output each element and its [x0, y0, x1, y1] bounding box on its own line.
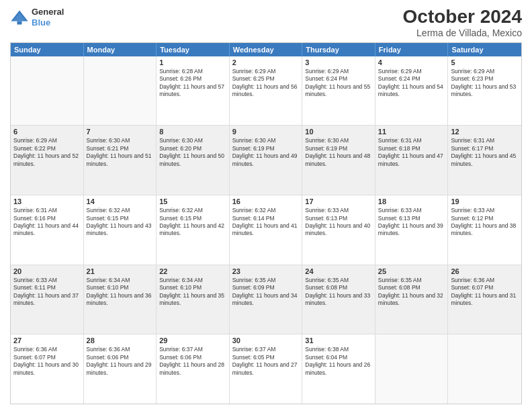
day-number: 27	[13, 336, 81, 345]
day-info: Sunrise: 6:28 AM Sunset: 6:26 PM Dayligh…	[159, 68, 226, 99]
day-number: 14	[87, 197, 154, 205]
day-number: 18	[378, 197, 445, 205]
weekday-header: Friday	[375, 43, 449, 56]
calendar-cell: 25Sunrise: 6:35 AM Sunset: 6:08 PM Dayli…	[375, 265, 449, 334]
day-number: 13	[13, 197, 81, 205]
calendar-cell: 21Sunrise: 6:34 AM Sunset: 6:10 PM Dayli…	[84, 265, 157, 334]
logo: General Blue	[10, 7, 64, 28]
calendar-title: October 2024	[403, 7, 522, 28]
day-info: Sunrise: 6:34 AM Sunset: 6:10 PM Dayligh…	[87, 277, 154, 308]
header: General Blue October 2024 Lerma de Villa…	[10, 7, 522, 38]
day-number: 4	[378, 58, 445, 66]
calendar-row: 6Sunrise: 6:29 AM Sunset: 6:22 PM Daylig…	[11, 125, 521, 195]
calendar-cell: 20Sunrise: 6:33 AM Sunset: 6:11 PM Dayli…	[11, 265, 84, 334]
day-number: 9	[232, 128, 300, 136]
calendar-body: 1Sunrise: 6:28 AM Sunset: 6:26 PM Daylig…	[11, 56, 521, 404]
day-info: Sunrise: 6:33 AM Sunset: 6:13 PM Dayligh…	[378, 207, 445, 238]
calendar-cell: 16Sunrise: 6:32 AM Sunset: 6:14 PM Dayli…	[230, 195, 303, 265]
calendar-cell: 13Sunrise: 6:31 AM Sunset: 6:16 PM Dayli…	[11, 195, 84, 265]
calendar-header: SundayMondayTuesdayWednesdayThursdayFrid…	[11, 43, 521, 56]
calendar-cell: 11Sunrise: 6:31 AM Sunset: 6:18 PM Dayli…	[375, 126, 449, 195]
day-info: Sunrise: 6:32 AM Sunset: 6:14 PM Dayligh…	[232, 207, 300, 238]
calendar-cell: 10Sunrise: 6:30 AM Sunset: 6:19 PM Dayli…	[302, 126, 375, 195]
day-number: 1	[159, 58, 226, 66]
day-number: 26	[451, 267, 519, 275]
weekday-header: Wednesday	[230, 43, 303, 56]
day-number: 7	[87, 128, 154, 136]
calendar-cell: 29Sunrise: 6:37 AM Sunset: 6:06 PM Dayli…	[157, 334, 230, 404]
day-info: Sunrise: 6:29 AM Sunset: 6:23 PM Dayligh…	[451, 68, 519, 99]
day-info: Sunrise: 6:29 AM Sunset: 6:24 PM Dayligh…	[378, 68, 445, 99]
logo-line1: General	[32, 7, 64, 17]
day-number: 6	[13, 128, 81, 136]
day-info: Sunrise: 6:38 AM Sunset: 6:04 PM Dayligh…	[305, 346, 372, 377]
calendar-cell: 26Sunrise: 6:36 AM Sunset: 6:07 PM Dayli…	[448, 265, 521, 334]
page: General Blue October 2024 Lerma de Villa…	[0, 0, 532, 411]
day-number: 11	[378, 128, 445, 136]
day-number: 15	[159, 197, 226, 205]
day-number: 30	[232, 336, 300, 345]
day-info: Sunrise: 6:37 AM Sunset: 6:05 PM Dayligh…	[232, 346, 300, 377]
calendar-cell: 24Sunrise: 6:35 AM Sunset: 6:08 PM Dayli…	[302, 265, 375, 334]
calendar-cell: 3Sunrise: 6:29 AM Sunset: 6:24 PM Daylig…	[302, 56, 375, 126]
day-number: 31	[305, 336, 372, 345]
calendar-cell: 7Sunrise: 6:30 AM Sunset: 6:21 PM Daylig…	[84, 126, 157, 195]
calendar-cell: 9Sunrise: 6:30 AM Sunset: 6:19 PM Daylig…	[230, 126, 303, 195]
calendar-cell: 2Sunrise: 6:29 AM Sunset: 6:25 PM Daylig…	[230, 56, 303, 126]
day-info: Sunrise: 6:36 AM Sunset: 6:06 PM Dayligh…	[87, 346, 154, 377]
logo-icon	[10, 8, 29, 27]
logo-line2: Blue	[32, 17, 64, 28]
weekday-header: Sunday	[11, 43, 84, 56]
calendar-cell: 31Sunrise: 6:38 AM Sunset: 6:04 PM Dayli…	[302, 334, 375, 404]
weekday-header: Thursday	[302, 43, 375, 56]
day-info: Sunrise: 6:36 AM Sunset: 6:07 PM Dayligh…	[451, 277, 519, 308]
day-number: 24	[305, 267, 372, 275]
calendar-row: 20Sunrise: 6:33 AM Sunset: 6:11 PM Dayli…	[11, 265, 521, 334]
day-number: 20	[13, 267, 81, 275]
day-number: 2	[232, 58, 300, 66]
calendar-cell: 23Sunrise: 6:35 AM Sunset: 6:09 PM Dayli…	[230, 265, 303, 334]
day-number: 3	[305, 58, 372, 66]
day-info: Sunrise: 6:30 AM Sunset: 6:21 PM Dayligh…	[87, 137, 154, 168]
day-number: 23	[232, 267, 300, 275]
calendar-cell: 15Sunrise: 6:32 AM Sunset: 6:15 PM Dayli…	[157, 195, 230, 265]
calendar-cell: 5Sunrise: 6:29 AM Sunset: 6:23 PM Daylig…	[448, 56, 521, 126]
weekday-header: Tuesday	[157, 43, 230, 56]
calendar-row: 1Sunrise: 6:28 AM Sunset: 6:26 PM Daylig…	[11, 56, 521, 126]
day-info: Sunrise: 6:29 AM Sunset: 6:24 PM Dayligh…	[305, 68, 372, 99]
day-info: Sunrise: 6:37 AM Sunset: 6:06 PM Dayligh…	[159, 346, 226, 377]
day-info: Sunrise: 6:34 AM Sunset: 6:10 PM Dayligh…	[159, 277, 226, 308]
calendar-cell	[448, 334, 521, 404]
calendar-cell: 12Sunrise: 6:31 AM Sunset: 6:17 PM Dayli…	[448, 126, 521, 195]
calendar-cell: 1Sunrise: 6:28 AM Sunset: 6:26 PM Daylig…	[157, 56, 230, 126]
calendar-row: 27Sunrise: 6:36 AM Sunset: 6:07 PM Dayli…	[11, 334, 521, 404]
day-info: Sunrise: 6:35 AM Sunset: 6:09 PM Dayligh…	[232, 277, 300, 308]
day-number: 29	[159, 336, 226, 345]
day-info: Sunrise: 6:33 AM Sunset: 6:13 PM Dayligh…	[305, 207, 372, 238]
calendar-cell	[84, 56, 157, 126]
calendar-cell: 17Sunrise: 6:33 AM Sunset: 6:13 PM Dayli…	[302, 195, 375, 265]
day-number: 10	[305, 128, 372, 136]
calendar-cell: 27Sunrise: 6:36 AM Sunset: 6:07 PM Dayli…	[11, 334, 84, 404]
day-number: 28	[87, 336, 154, 345]
day-info: Sunrise: 6:29 AM Sunset: 6:25 PM Dayligh…	[232, 68, 300, 99]
day-info: Sunrise: 6:33 AM Sunset: 6:12 PM Dayligh…	[451, 207, 519, 238]
day-info: Sunrise: 6:30 AM Sunset: 6:19 PM Dayligh…	[305, 137, 372, 168]
day-number: 25	[378, 267, 445, 275]
day-number: 19	[451, 197, 519, 205]
day-info: Sunrise: 6:30 AM Sunset: 6:20 PM Dayligh…	[159, 137, 226, 168]
day-number: 5	[451, 58, 519, 66]
weekday-header: Monday	[84, 43, 157, 56]
day-info: Sunrise: 6:31 AM Sunset: 6:16 PM Dayligh…	[13, 207, 81, 238]
calendar-cell: 28Sunrise: 6:36 AM Sunset: 6:06 PM Dayli…	[84, 334, 157, 404]
svg-rect-2	[17, 21, 22, 24]
day-number: 8	[159, 128, 226, 136]
calendar-cell: 6Sunrise: 6:29 AM Sunset: 6:22 PM Daylig…	[11, 126, 84, 195]
calendar-cell: 22Sunrise: 6:34 AM Sunset: 6:10 PM Dayli…	[157, 265, 230, 334]
day-info: Sunrise: 6:35 AM Sunset: 6:08 PM Dayligh…	[378, 277, 445, 308]
day-number: 17	[305, 197, 372, 205]
calendar-cell: 30Sunrise: 6:37 AM Sunset: 6:05 PM Dayli…	[230, 334, 303, 404]
day-info: Sunrise: 6:31 AM Sunset: 6:17 PM Dayligh…	[451, 137, 519, 168]
calendar-cell: 14Sunrise: 6:32 AM Sunset: 6:15 PM Dayli…	[84, 195, 157, 265]
day-info: Sunrise: 6:29 AM Sunset: 6:22 PM Dayligh…	[13, 137, 81, 168]
